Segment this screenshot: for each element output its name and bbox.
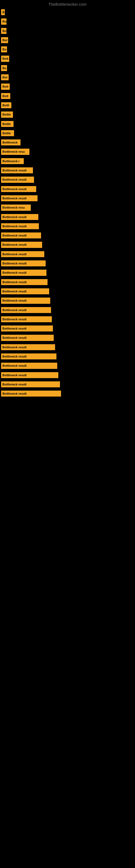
bar-label: Bottleneck result — [1, 288, 49, 294]
bar-row: Bottleneck resu — [0, 203, 135, 212]
bar-label: Bo — [1, 19, 6, 24]
bar-row: Bott — [0, 91, 135, 101]
site-title: TheBottlenecker.com — [0, 0, 135, 8]
bar-label: Bottleneck result — [1, 232, 41, 239]
bar-row: Bottleneck result — [0, 287, 135, 296]
bar-row: Bottle — [0, 129, 135, 138]
bar-row: Bottleneck — [0, 138, 135, 147]
bar-row: Bo — [0, 26, 135, 35]
bar-label: Bottleneck r — [1, 158, 24, 164]
bar-row: Bottleneck result — [0, 352, 135, 361]
bar-row: Bo — [0, 45, 135, 54]
bar-row: Bottleneck result — [0, 166, 135, 175]
bar-label: Bott — [1, 84, 10, 90]
bar-row: Bottle — [0, 110, 135, 119]
bar-row: Bottleneck result — [0, 259, 135, 268]
bar-label: Bottleneck result — [1, 381, 60, 388]
bar-label: Bottle — [1, 130, 14, 136]
bar-label: Bot — [1, 74, 9, 80]
bar-label: Bottleneck result — [1, 186, 36, 192]
bar-label: Bottleneck result — [1, 251, 44, 257]
bar-label: Bott — [1, 56, 9, 62]
bar-label: Bottleneck result — [1, 167, 33, 173]
bar-label: Bottle — [1, 112, 13, 118]
bar-row: Bottleneck result — [0, 278, 135, 287]
bar-label: Bottleneck result — [1, 177, 34, 183]
bar-label: Bo — [1, 46, 7, 52]
bar-row: Bottleneck result — [0, 361, 135, 370]
bar-label: Bottleneck result — [1, 260, 46, 267]
bar-row: Bot — [0, 73, 135, 82]
bar-row: Bottleneck result — [0, 296, 135, 305]
bar-row: Bottleneck result — [0, 380, 135, 389]
bar-label: Bottl — [1, 102, 11, 108]
bar-label: Bottleneck result — [1, 242, 42, 248]
bar-row: Bottleneck result — [0, 371, 135, 380]
bar-label: Bottleneck result — [1, 214, 38, 220]
bar-row: Bottl — [0, 101, 135, 110]
bar-label: Bottleneck resu — [1, 149, 30, 155]
bar-row: Bo — [0, 17, 135, 26]
bar-label: Bottleneck result — [1, 223, 39, 229]
bar-row: B — [0, 8, 135, 17]
bar-label: Bottleneck result — [1, 363, 57, 369]
bar-row: Bottleneck result — [0, 231, 135, 240]
bar-row: Bottleneck r — [0, 156, 135, 166]
bar-label: Bottleneck result — [1, 372, 58, 378]
bars-container: BBoBoBotBoBottBoBotBottBottBottlBottleBo… — [0, 8, 135, 398]
bar-row: Bottleneck result — [0, 250, 135, 259]
bar-label: Bottleneck result — [1, 279, 48, 285]
bar-label: Bottleneck result — [1, 195, 38, 201]
bar-label: Bottleneck result — [1, 344, 55, 350]
bar-label: B — [1, 9, 5, 15]
bar-row: Bottleneck result — [0, 315, 135, 324]
bar-label: Bott — [1, 93, 10, 99]
bar-row: Bottleneck result — [0, 194, 135, 203]
bar-row: Bottleneck result — [0, 324, 135, 333]
bar-row: Bottleneck result — [0, 268, 135, 277]
bar-row: Bottleneck resu — [0, 147, 135, 156]
bar-label: Bottleneck resu — [1, 205, 31, 211]
bar-row: Bo — [0, 63, 135, 73]
bar-row: Bottleneck result — [0, 222, 135, 231]
bar-label: Bo — [1, 28, 6, 34]
bar-label: Bottle — [1, 121, 13, 127]
bar-label: Bot — [1, 37, 8, 43]
bar-label: Bottleneck result — [1, 326, 53, 332]
bar-label: Bottleneck result — [1, 335, 54, 341]
bar-label: Bottleneck result — [1, 353, 56, 360]
bar-row: Bott — [0, 54, 135, 63]
bar-label: Bottleneck result — [1, 316, 52, 322]
bar-label: Bottleneck result — [1, 307, 51, 313]
bar-row: Bottleneck result — [0, 305, 135, 315]
bar-row: Bottleneck result — [0, 333, 135, 342]
bar-row: Bottleneck result — [0, 175, 135, 184]
bar-label: Bo — [1, 65, 7, 71]
bar-row: Bottleneck result — [0, 184, 135, 194]
bar-row: Bottleneck result — [0, 389, 135, 398]
bar-row: Bot — [0, 35, 135, 45]
bar-label: Bottleneck result — [1, 298, 50, 304]
bar-row: Bott — [0, 82, 135, 91]
bar-row: Bottleneck result — [0, 343, 135, 352]
bar-row: Bottle — [0, 119, 135, 129]
bar-row: Bottleneck result — [0, 240, 135, 249]
bar-label: Bottleneck result — [1, 270, 46, 276]
bar-label: Bottleneck result — [1, 391, 61, 397]
bar-row: Bottleneck result — [0, 212, 135, 222]
bar-label: Bottleneck — [1, 140, 20, 145]
